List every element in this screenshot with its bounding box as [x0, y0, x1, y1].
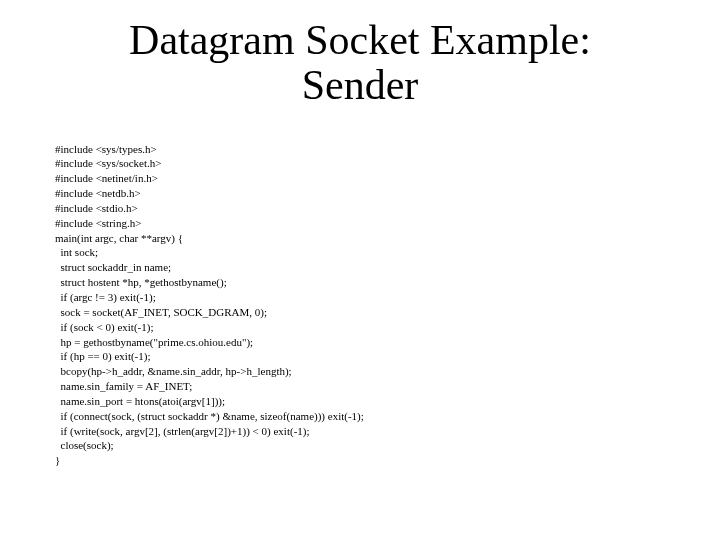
- slide-container: Datagram Socket Example: Sender #include…: [0, 0, 720, 540]
- code-line: struct sockaddr_in name;: [55, 261, 171, 273]
- code-line: if (sock < 0) exit(-1);: [55, 321, 153, 333]
- slide-title: Datagram Socket Example: Sender: [55, 18, 665, 109]
- title-line-1: Datagram Socket Example:: [129, 17, 591, 63]
- code-line: if (connect(sock, (struct sockaddr *) &n…: [55, 410, 364, 422]
- code-block: #include <sys/types.h> #include <sys/soc…: [55, 127, 665, 483]
- code-line: if (argc != 3) exit(-1);: [55, 291, 156, 303]
- code-line: #include <sys/socket.h>: [55, 157, 162, 169]
- code-line: close(sock);: [55, 439, 114, 451]
- code-line: #include <stdio.h>: [55, 202, 138, 214]
- code-line: struct hostent *hp, *gethostbyname();: [55, 276, 227, 288]
- code-line: if (hp == 0) exit(-1);: [55, 350, 151, 362]
- code-line: }: [55, 454, 60, 466]
- code-line: hp = gethostbyname("prime.cs.ohiou.edu")…: [55, 336, 253, 348]
- code-line: int sock;: [55, 246, 98, 258]
- code-line: if (write(sock, argv[2], (strlen(argv[2]…: [55, 425, 310, 437]
- code-line: bcopy(hp->h_addr, &name.sin_addr, hp->h_…: [55, 365, 292, 377]
- code-line: name.sin_family = AF_INET;: [55, 380, 192, 392]
- code-line: #include <netinet/in.h>: [55, 172, 158, 184]
- code-line: name.sin_port = htons(atoi(argv[1]));: [55, 395, 225, 407]
- code-line: sock = socket(AF_INET, SOCK_DGRAM, 0);: [55, 306, 267, 318]
- title-line-2: Sender: [302, 62, 419, 108]
- code-line: main(int argc, char **argv) {: [55, 232, 183, 244]
- code-line: #include <sys/types.h>: [55, 143, 157, 155]
- code-line: #include <netdb.h>: [55, 187, 141, 199]
- code-line: #include <string.h>: [55, 217, 141, 229]
